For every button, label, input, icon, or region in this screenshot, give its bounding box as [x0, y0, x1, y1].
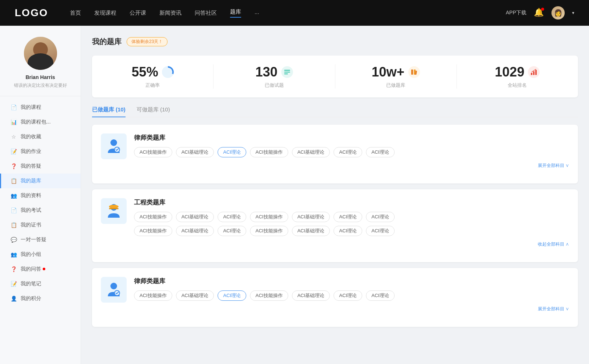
sidebar-item-groups[interactable]: 👥 我的小组: [0, 247, 81, 262]
nav-open-course[interactable]: 公开课: [130, 10, 146, 17]
qbank-card-2-title: 工程类题库: [134, 198, 569, 207]
favorites-icon: ☆: [10, 133, 17, 140]
tag[interactable]: ACI技能操作: [134, 226, 172, 236]
stat-done-banks-value: 10w+: [372, 64, 405, 80]
sidebar-item-homework[interactable]: 📝 我的作业: [0, 144, 81, 159]
sidebar-label-one-on-one: 一对一答疑: [21, 236, 46, 243]
svg-point-18: [110, 283, 117, 289]
sidebar-label-notes: 我的笔记: [21, 281, 41, 287]
qbank-card-1-icon-wrap[interactable]: [101, 133, 127, 159]
tag[interactable]: ACI基础理论: [176, 147, 214, 157]
sidebar-item-my-questions[interactable]: ❓ 我的问答: [0, 262, 81, 276]
qbank-card-1-tags-section: 律师类题库 ACI技能操作 ACI基础理论 ACI理论 ACI技能操作 ACI基…: [134, 133, 569, 169]
tag[interactable]: ACI基础理论: [292, 290, 330, 301]
app-download-btn[interactable]: APP下载: [506, 10, 526, 16]
tag[interactable]: ACI理论: [334, 290, 362, 301]
trial-badge: 体验剩余23天！: [127, 37, 167, 46]
sidebar-item-certificates[interactable]: 📋 我的证书: [0, 218, 81, 232]
tab-done-banks[interactable]: 已做题库 (10): [92, 106, 126, 117]
nav-discover[interactable]: 发现课程: [94, 10, 116, 17]
my-questions-icon: ❓: [10, 266, 17, 272]
collapse-row-2: 收起全部科目 ∧: [134, 240, 569, 247]
svg-rect-10: [535, 70, 537, 75]
tag[interactable]: ACI技能操作: [250, 226, 288, 236]
avatar-image: 👩: [551, 6, 565, 19]
my-questions-badge: [43, 268, 45, 270]
qbank-card-2-tags-section: 工程类题库 ACI技能操作 ACI基础理论 ACI理论 ACI技能操作 ACI基…: [134, 198, 569, 247]
avatar[interactable]: 👩: [551, 6, 565, 19]
expand-btn-3[interactable]: 展开全部科目 ∨: [538, 306, 569, 312]
lawyer-icon: [105, 138, 123, 155]
profile-name: Brian Harris: [7, 74, 73, 80]
sidebar-item-questions[interactable]: ❓ 我的答疑: [0, 159, 81, 174]
tag[interactable]: ACI理论: [366, 212, 395, 222]
stat-done-banks-value-row: 10w+: [343, 64, 449, 80]
stats-row: 55% 正确率 130: [92, 56, 578, 97]
tag[interactable]: ACI基础理论: [292, 212, 330, 222]
sidebar-item-exams[interactable]: 📄 我的考试: [0, 203, 81, 218]
svg-rect-17: [109, 208, 119, 209]
tag[interactable]: ACI理论: [334, 147, 362, 157]
tag-active[interactable]: ACI理论: [218, 290, 246, 301]
homework-icon: 📝: [10, 148, 17, 155]
tag[interactable]: ACI技能操作: [134, 212, 172, 222]
one-on-one-icon: 💬: [10, 236, 17, 243]
sidebar-label-certificates: 我的证书: [21, 222, 41, 228]
tag[interactable]: ACI理论: [218, 226, 246, 236]
tag[interactable]: ACI技能操作: [134, 147, 172, 157]
tag[interactable]: ACI理论: [366, 147, 395, 157]
logo[interactable]: LOGO: [15, 7, 48, 19]
sidebar-item-points[interactable]: 👤 我的积分: [0, 291, 81, 306]
tag[interactable]: ACI基础理论: [292, 226, 330, 236]
question-bank-icon: 📋: [10, 178, 17, 184]
sidebar-item-favorites[interactable]: ☆ 我的收藏: [0, 129, 81, 144]
nav-more[interactable]: ···: [254, 10, 259, 16]
exams-icon: 📄: [10, 207, 17, 214]
sidebar-label-groups: 我的小组: [21, 251, 41, 258]
sidebar-label-my-courses: 我的课程: [21, 104, 41, 111]
tag[interactable]: ACI理论: [218, 212, 246, 222]
profile-avatar[interactable]: [24, 37, 57, 70]
tag[interactable]: ACI技能操作: [134, 290, 172, 301]
tag-active[interactable]: ACI理论: [218, 147, 246, 157]
engineer-icon: [105, 202, 123, 220]
header-right: APP下载 🔔 👩 ▾: [506, 6, 574, 19]
qbank-card-2-tags-row-2: ACI技能操作 ACI基础理论 ACI理论 ACI技能操作 ACI基础理论 AC…: [134, 226, 569, 236]
list-icon: [283, 68, 291, 76]
tag[interactable]: ACI基础理论: [176, 212, 214, 222]
tag[interactable]: ACI技能操作: [250, 290, 288, 301]
sidebar-item-profile[interactable]: 👥 我的资料: [0, 188, 81, 203]
tag[interactable]: ACI理论: [366, 226, 395, 236]
tabs-row: 已做题库 (10) 可做题库 (10): [92, 106, 578, 117]
sidebar-item-question-bank[interactable]: 📋 我的题库: [0, 174, 81, 188]
tag[interactable]: ACI技能操作: [250, 147, 288, 157]
notification-bell[interactable]: 🔔: [534, 8, 544, 18]
tag[interactable]: ACI基础理论: [176, 226, 214, 236]
qbank-card-2-icon-wrap[interactable]: [101, 198, 127, 224]
tag[interactable]: ACI基础理论: [176, 290, 214, 301]
sidebar-item-my-courses[interactable]: 📄 我的课程: [0, 100, 81, 115]
tag[interactable]: ACI基础理论: [292, 147, 330, 157]
sidebar-item-course-packages[interactable]: 📊 我的课程包...: [0, 115, 81, 129]
nav-home[interactable]: 首页: [70, 10, 81, 17]
svg-rect-5: [411, 69, 413, 75]
nav-news[interactable]: 新闻资讯: [159, 10, 181, 17]
profile-avatar-image: [24, 37, 57, 70]
stat-ranking: 1029 全站排名: [457, 64, 578, 89]
tag[interactable]: ACI理论: [366, 290, 395, 301]
tab-available-banks[interactable]: 可做题库 (10): [137, 106, 170, 117]
tag[interactable]: ACI理论: [334, 226, 362, 236]
avatar-chevron-icon[interactable]: ▾: [572, 10, 574, 15]
tag[interactable]: ACI理论: [334, 212, 362, 222]
qbank-card-3-icon-wrap[interactable]: [101, 277, 127, 303]
sidebar-item-one-on-one[interactable]: 💬 一对一答疑: [0, 232, 81, 247]
expand-btn-1[interactable]: 展开全部科目 ∨: [538, 163, 569, 169]
stat-accuracy-value-row: 55%: [99, 64, 206, 80]
collapse-btn-2[interactable]: 收起全部科目 ∧: [538, 241, 569, 247]
tag[interactable]: ACI技能操作: [250, 212, 288, 222]
page-container: Brian Harris 错误的决定比没有决定要好 📄 我的课程 📊 我的课程包…: [0, 26, 589, 364]
nav-question-bank[interactable]: 题库: [230, 8, 241, 18]
sidebar-label-course-packages: 我的课程包...: [21, 119, 51, 125]
sidebar-item-notes[interactable]: 📝 我的笔记: [0, 276, 81, 291]
nav-qa[interactable]: 问答社区: [195, 10, 217, 17]
